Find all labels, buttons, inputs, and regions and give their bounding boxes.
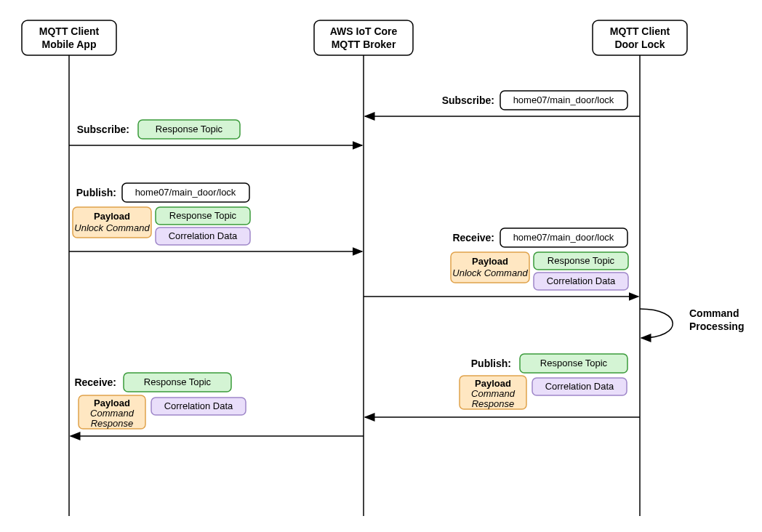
payload-label-2: Payload: [472, 256, 508, 267]
participant-broker-line2: MQTT Broker: [332, 39, 396, 50]
label-subscribe: Subscribe:: [442, 94, 494, 106]
correlation-pill-4: Correlation Data: [164, 400, 233, 411]
participant-broker-line1: AWS IoT Core: [330, 25, 398, 37]
participant-broker: AWS IoT Core MQTT Broker: [314, 20, 413, 55]
payload-cmdresp-3: Command: [90, 408, 135, 419]
sequence-diagram: MQTT Client Mobile App AWS IoT Core MQTT…: [0, 0, 762, 532]
msg-command-processing: Command Processing: [640, 307, 744, 338]
topic-pill: home07/main_door/lock: [513, 94, 614, 105]
payload-unlock-2: Unlock Command: [452, 267, 528, 278]
label-publish-2: Publish:: [471, 358, 511, 369]
correlation-pill-2: Correlation Data: [547, 275, 616, 286]
payload-label: Payload: [94, 211, 130, 222]
correlation-pill-3: Correlation Data: [545, 381, 614, 392]
payload-cmdresp-4: Response: [91, 418, 134, 429]
participant-lock-line2: Door Lock: [614, 39, 665, 50]
msg-lock-subscribe: Subscribe: home07/main_door/lock: [365, 91, 640, 116]
command-processing-1: Command: [689, 307, 739, 319]
msg-mobile-subscribe: Subscribe: Response Topic: [69, 120, 362, 145]
payload-unlock: Unlock Command: [74, 222, 150, 233]
msg-mobile-publish: Publish: home07/main_door/lock Payload U…: [69, 183, 362, 251]
payload-label-4: Payload: [94, 398, 130, 408]
payload-cmdresp-2: Response: [472, 398, 515, 409]
participant-lock-line1: MQTT Client: [610, 25, 670, 37]
response-topic-pill-3: Response Topic: [548, 255, 615, 266]
payload-cmdresp-1: Command: [471, 388, 516, 399]
correlation-pill: Correlation Data: [169, 230, 238, 241]
participant-mobile: MQTT Client Mobile App: [22, 20, 116, 55]
topic-pill-3: home07/main_door/lock: [513, 232, 614, 243]
msg-lock-receive: Receive: home07/main_door/lock Payload U…: [364, 228, 638, 297]
payload-label-3: Payload: [475, 378, 511, 389]
participant-lock: MQTT Client Door Lock: [593, 20, 687, 55]
msg-lock-publish: Publish: Response Topic Payload Command …: [365, 354, 640, 417]
participant-mobile-line2: Mobile App: [42, 39, 97, 50]
label-receive: Receive:: [452, 232, 494, 243]
label-publish: Publish:: [76, 187, 116, 198]
topic-pill-2: home07/main_door/lock: [135, 187, 236, 198]
response-topic-pill-5: Response Topic: [144, 376, 212, 387]
response-topic-pill-4: Response Topic: [540, 358, 608, 368]
label-receive-2: Receive:: [74, 376, 116, 388]
msg-mobile-receive: Receive: Response Topic Payload Command …: [71, 373, 364, 436]
command-processing-2: Processing: [689, 321, 744, 332]
response-topic-pill: Response Topic: [156, 124, 223, 134]
response-topic-pill-2: Response Topic: [169, 210, 237, 221]
participant-mobile-line1: MQTT Client: [39, 25, 100, 37]
label-subscribe-2: Subscribe:: [77, 124, 129, 135]
